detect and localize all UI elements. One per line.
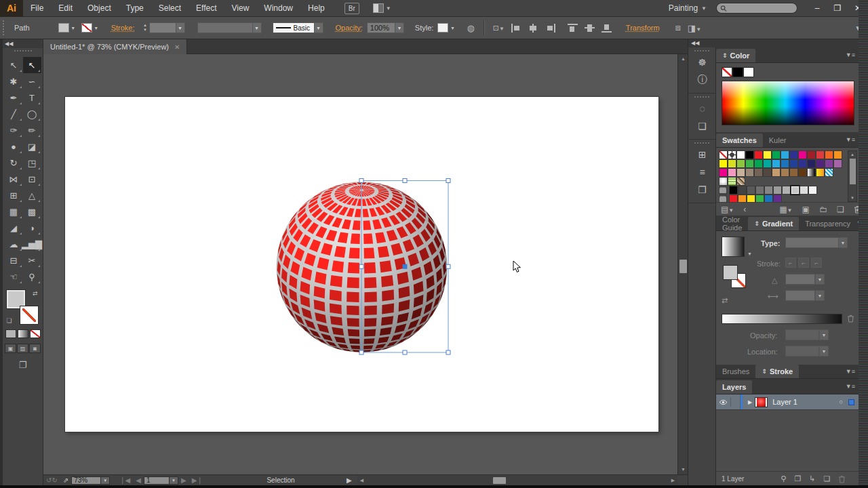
gradient-fill-proxy[interactable] (723, 265, 738, 280)
gradient-slider[interactable] (722, 314, 842, 324)
minimize-button[interactable]: – (807, 0, 827, 16)
blend-tool[interactable]: ◑ (23, 220, 41, 236)
document-info-icon[interactable]: ❏ (688, 117, 716, 135)
brush-definition-field[interactable] (197, 22, 253, 33)
layer-row[interactable]: ▶ Layer 1 ○ (716, 394, 859, 410)
document-tab[interactable]: Untitled-1* @ 73% (CMYK/Preview) ✕ (43, 39, 187, 54)
gradient-type-dropdown[interactable]: ▼ (838, 237, 848, 248)
aspect-ratio-dropdown[interactable]: ▼ (815, 290, 825, 301)
swatch[interactable] (772, 150, 781, 159)
tools-grip[interactable] (14, 50, 32, 56)
line-segment-tool[interactable]: ╱ (5, 106, 23, 122)
align-vertical-bottom-button[interactable] (601, 24, 612, 33)
arrange-documents-button[interactable]: ▼ (373, 3, 391, 13)
stroke-proxy-swatch[interactable] (20, 306, 38, 324)
layer-thumbnail[interactable] (755, 397, 768, 407)
search-box[interactable] (716, 3, 797, 14)
stroke-along-icon[interactable]: ⌐ (798, 258, 809, 268)
stroke-weight-link[interactable]: Stroke: (111, 24, 135, 32)
swatch[interactable] (763, 150, 772, 159)
scroll-up-icon[interactable]: ▲ (678, 54, 688, 64)
tab-kuler[interactable]: Kuler (763, 134, 793, 147)
swatch[interactable] (745, 159, 754, 168)
style-swatch[interactable] (437, 23, 448, 33)
color-white-swatch[interactable] (743, 67, 754, 77)
align-vertical-top-button[interactable] (568, 24, 578, 33)
first-artboard-icon[interactable]: ❘◀ (119, 476, 130, 484)
vertical-scrollbar[interactable]: ▲ ▼ (677, 54, 688, 474)
symbol-sprayer-tool[interactable]: ☁ (5, 236, 23, 252)
selection-indicator[interactable] (848, 399, 854, 405)
scroll-right-icon[interactable]: ▶ (669, 476, 677, 485)
prev-artboard-icon[interactable]: ◀ (136, 476, 141, 484)
mesh-tool[interactable]: ▦ (5, 203, 23, 220)
swatch[interactable] (781, 159, 789, 168)
swatch[interactable] (816, 159, 825, 168)
delete-layer-icon[interactable] (838, 474, 846, 483)
scroll-down-icon[interactable]: ▼ (848, 195, 856, 201)
panel-menu-icon[interactable]: ▼≡ (846, 383, 855, 390)
swatch[interactable] (798, 168, 807, 177)
horizontal-scroll-thumb[interactable] (493, 477, 506, 484)
new-color-group-icon[interactable]: 🗀 (819, 205, 827, 214)
color-group-folder[interactable] (719, 186, 728, 195)
align-vertical-middle-button[interactable] (585, 24, 595, 33)
swatch[interactable] (825, 150, 833, 159)
kuler-panel-icon[interactable]: ‹ (743, 205, 746, 214)
stroke-weight-field[interactable] (149, 22, 176, 33)
swatch[interactable] (781, 168, 789, 177)
swatch[interactable] (789, 159, 798, 168)
align-icon[interactable]: ≡ (688, 163, 716, 181)
swatch[interactable] (754, 159, 763, 168)
gradient-tool[interactable]: ▩ (23, 203, 41, 220)
swatch[interactable] (729, 186, 738, 195)
attributes-icon[interactable]: ◌ (688, 100, 716, 117)
swatch[interactable] (736, 159, 745, 168)
swatch-pattern[interactable] (736, 177, 745, 186)
visibility-eye-icon[interactable] (716, 397, 731, 407)
type-tool[interactable]: T (23, 89, 41, 106)
layer-name[interactable]: Layer 1 (772, 398, 797, 406)
swatch[interactable] (745, 150, 754, 159)
menu-effect[interactable]: Effect (189, 0, 224, 16)
align-horizontal-left-button[interactable] (511, 24, 521, 33)
next-artboard-icon[interactable]: ▶ (181, 476, 186, 484)
swatch[interactable] (798, 150, 807, 159)
swatch[interactable] (747, 186, 755, 195)
swatches-scroll-thumb[interactable] (850, 159, 856, 184)
draw-behind-button[interactable]: ▨ (17, 344, 28, 353)
export-icon[interactable]: ⇗ (63, 476, 68, 484)
stroke-weight-stepper[interactable]: ▲▼ (142, 22, 149, 34)
stroke-weight-dropdown[interactable]: ▼ (176, 22, 185, 33)
menu-window[interactable]: Window (256, 0, 300, 16)
artboard-tool[interactable]: ⊟ (5, 252, 23, 268)
zoom-tool[interactable]: ⚲ (23, 268, 41, 285)
make-mask-icon[interactable]: ❐ (794, 474, 801, 483)
color-spectrum[interactable] (722, 81, 854, 125)
opacity-link[interactable]: Opacity: (336, 24, 363, 32)
swatch[interactable] (736, 150, 745, 159)
swatch[interactable] (789, 168, 798, 177)
vertical-scroll-thumb[interactable] (679, 260, 687, 273)
swatch-registration[interactable] (728, 150, 736, 159)
artboard-field[interactable]: 1 (144, 476, 170, 485)
bridge-button[interactable]: Br (344, 3, 359, 14)
expand-triangle-icon[interactable]: ▶ (748, 399, 752, 405)
document-setup-icon[interactable]: ◍ (467, 23, 474, 33)
swatch[interactable] (789, 150, 798, 159)
aspect-ratio-field[interactable] (785, 290, 815, 301)
isolate-selection-icon[interactable]: ◨▼ (688, 23, 701, 33)
rotate-tool[interactable]: ↻ (5, 155, 23, 171)
stop-location-dropdown[interactable]: ▼ (819, 346, 829, 357)
scroll-left-icon[interactable]: ◀ (357, 476, 366, 485)
default-fill-stroke-icon[interactable]: ❏ (7, 317, 12, 324)
menu-select[interactable]: Select (151, 0, 189, 16)
scroll-down-icon[interactable]: ▼ (678, 465, 688, 474)
restore-button[interactable]: ❐ (827, 0, 848, 16)
swatch[interactable] (745, 168, 754, 177)
free-transform-tool[interactable]: ⊡ (23, 171, 41, 187)
zoom-field[interactable]: 73% (71, 476, 101, 485)
swatches-scrollbar[interactable]: ▲ ▼ (848, 150, 857, 202)
pen-tool[interactable]: ✒ (5, 89, 23, 106)
stroke-within-icon[interactable]: ⌐ (785, 258, 796, 268)
